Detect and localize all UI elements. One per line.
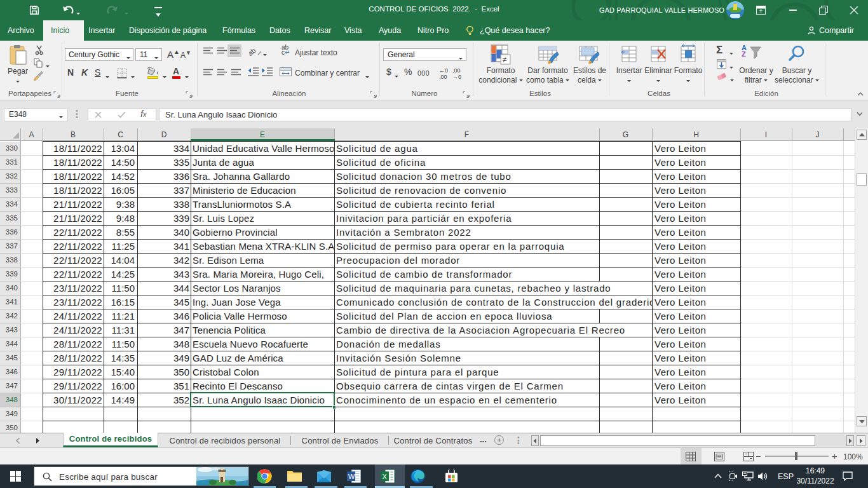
svg-text:W: W (348, 473, 355, 480)
svg-text:≠: ≠ (503, 55, 507, 64)
svg-text:ab: ab (249, 46, 257, 57)
svg-text:X: X (383, 473, 388, 480)
